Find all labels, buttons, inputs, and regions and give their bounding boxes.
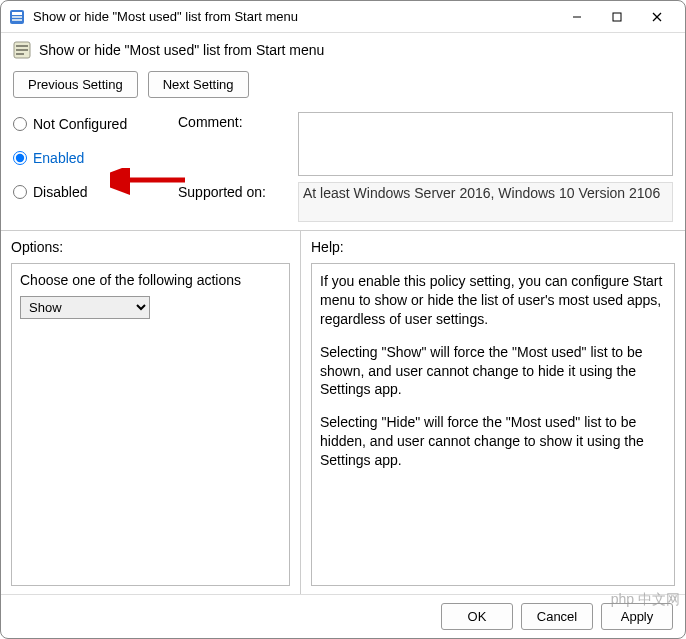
nav-row: Previous Setting Next Setting	[1, 67, 685, 108]
radio-enabled-label: Enabled	[33, 150, 84, 166]
next-setting-button[interactable]: Next Setting	[148, 71, 249, 98]
help-paragraph: Selecting "Show" will force the "Most us…	[320, 343, 666, 400]
minimize-button[interactable]	[557, 3, 597, 31]
footer: OK Cancel Apply	[1, 594, 685, 638]
policy-title: Show or hide "Most used" list from Start…	[39, 42, 324, 58]
policy-header: Show or hide "Most used" list from Start…	[1, 33, 685, 67]
svg-rect-9	[16, 45, 28, 47]
radio-disabled-input[interactable]	[13, 185, 27, 199]
svg-rect-3	[12, 19, 22, 21]
radio-disabled-label: Disabled	[33, 184, 87, 200]
help-paragraph: If you enable this policy setting, you c…	[320, 272, 666, 329]
svg-rect-10	[16, 49, 28, 51]
help-pane: Help: If you enable this policy setting,…	[301, 231, 685, 594]
window-title: Show or hide "Most used" list from Start…	[33, 9, 557, 24]
maximize-button[interactable]	[597, 3, 637, 31]
comment-row: Comment:	[178, 112, 673, 176]
state-radios: Not Configured Enabled Disabled	[13, 112, 168, 222]
radio-enabled[interactable]: Enabled	[13, 150, 168, 166]
help-label: Help:	[311, 239, 675, 255]
options-label: Options:	[11, 239, 290, 255]
svg-rect-1	[12, 12, 22, 15]
state-area: Not Configured Enabled Disabled Comment:…	[1, 108, 685, 230]
lower-panes: Options: Choose one of the following act…	[1, 230, 685, 594]
radio-not-configured-label: Not Configured	[33, 116, 127, 132]
options-box: Choose one of the following actions Show…	[11, 263, 290, 586]
title-bar: Show or hide "Most used" list from Start…	[1, 1, 685, 33]
help-box: If you enable this policy setting, you c…	[311, 263, 675, 586]
svg-rect-11	[16, 53, 24, 55]
radio-enabled-input[interactable]	[13, 151, 27, 165]
options-prompt: Choose one of the following actions	[20, 272, 281, 288]
ok-button[interactable]: OK	[441, 603, 513, 630]
options-select[interactable]: Show Hide	[20, 296, 150, 319]
app-icon	[9, 9, 25, 25]
supported-row: Supported on: At least Windows Server 20…	[178, 182, 673, 222]
options-pane: Options: Choose one of the following act…	[1, 231, 301, 594]
radio-not-configured-input[interactable]	[13, 117, 27, 131]
supported-label: Supported on:	[178, 182, 288, 200]
apply-button[interactable]: Apply	[601, 603, 673, 630]
comment-label: Comment:	[178, 112, 288, 130]
comment-input[interactable]	[298, 112, 673, 176]
cancel-button[interactable]: Cancel	[521, 603, 593, 630]
radio-disabled[interactable]: Disabled	[13, 184, 168, 200]
previous-setting-button[interactable]: Previous Setting	[13, 71, 138, 98]
close-button[interactable]	[637, 3, 677, 31]
svg-rect-5	[613, 13, 621, 21]
right-column: Comment: Supported on: At least Windows …	[178, 112, 673, 222]
supported-value: At least Windows Server 2016, Windows 10…	[298, 182, 673, 222]
radio-not-configured[interactable]: Not Configured	[13, 116, 168, 132]
svg-rect-2	[12, 16, 22, 18]
help-paragraph: Selecting "Hide" will force the "Most us…	[320, 413, 666, 470]
policy-icon	[13, 41, 31, 59]
